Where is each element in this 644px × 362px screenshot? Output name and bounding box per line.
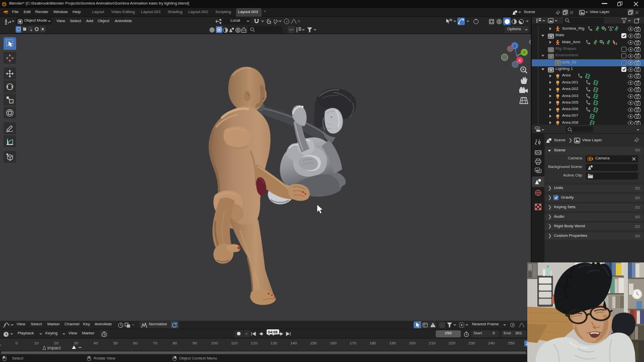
svg-text:Z: Z <box>514 44 516 48</box>
svg-text:Y: Y <box>523 50 526 55</box>
svg-text:3: 3 <box>615 42 617 45</box>
svg-text:X: X <box>518 58 521 63</box>
